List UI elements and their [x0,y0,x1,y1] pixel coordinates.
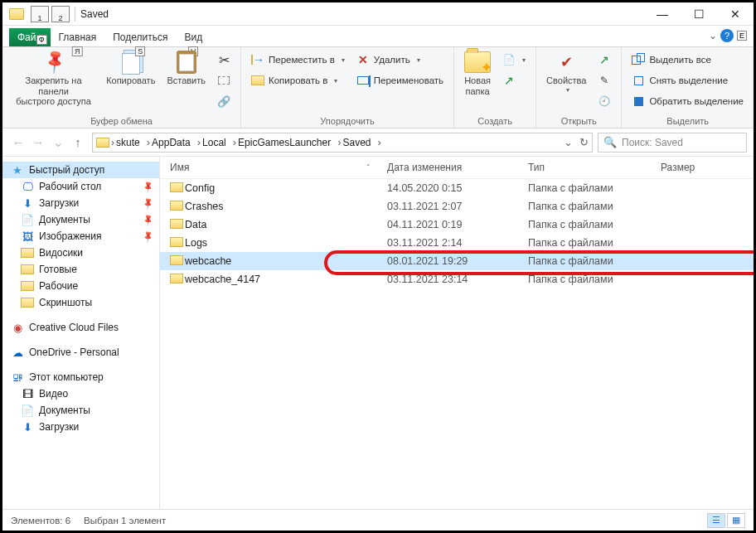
file-row[interactable]: webcache_414703.11.2021 23:14Папка с фай… [160,270,754,288]
tab-file[interactable]: ФайлФ [9,28,51,46]
back-button[interactable]: ← [9,135,27,149]
view-details-button[interactable]: ☰ [707,513,725,528]
select-none-button[interactable]: Снять выделение [628,71,747,90]
group-label: Буфер обмена [9,114,234,126]
pin-to-quick-access-button[interactable]: 📌 Закрепить на панели быстрого доступа [9,51,98,107]
tab-home[interactable]: ГлавнаяЯ [51,28,105,46]
close-button[interactable]: ✕ [717,2,754,26]
sidebar-item-documents[interactable]: 📄Документы📌 [2,211,159,228]
folder-icon [21,281,34,291]
tab-view[interactable]: ВидV [176,28,211,46]
navigation-pane[interactable]: ★Быстрый доступ 🖵Рабочий стол📌 ⬇Загрузки… [2,157,160,509]
rename-button[interactable]: Переименовать [353,71,447,90]
pin-icon: 📌 [141,230,154,243]
folder-icon [21,298,34,308]
help-icon[interactable]: ? [720,29,734,42]
crumb[interactable]: AppData [152,136,201,148]
paste-button[interactable]: Вставить [163,51,209,86]
new-item-icon: 📄 [502,53,516,66]
sidebar-item[interactable]: Скриншоты [2,294,159,311]
file-row[interactable]: Logs03.11.2021 2:14Папка с файлами [160,234,754,252]
invert-selection-button[interactable]: Обратить выделение [628,92,747,110]
sidebar-this-pc[interactable]: 🖳Этот компьютер [2,369,159,385]
sidebar-item-pictures[interactable]: 🖼Изображения📌 [2,228,159,245]
copy-button[interactable]: Копировать [103,51,158,86]
downloads-icon: ⬇ [21,197,34,209]
dropdown-history-icon[interactable]: ⌄ [564,136,573,148]
folder-icon [21,264,34,274]
sidebar-item[interactable]: Видосики [2,245,159,261]
crumb[interactable]: Saved [343,136,381,148]
refresh-icon[interactable]: ↻ [579,136,589,148]
history-button[interactable]: 🕘 [594,92,614,110]
file-row[interactable]: Crashes03.11.2021 2:07Папка с файлами [160,197,754,216]
crumb[interactable]: skute [116,136,150,148]
folder-icon [170,219,183,229]
sidebar-item[interactable]: Готовые [2,261,159,278]
easy-access-button[interactable]: ↗ [499,71,529,90]
qat-button-1[interactable]: 1 [31,6,49,22]
pin-icon: 📌 [141,196,154,210]
column-date[interactable]: Дата изменения [387,162,528,173]
sidebar-item-desktop[interactable]: 🖵Рабочий стол📌 [2,178,159,195]
group-label: Упорядочить [248,114,447,126]
move-to-button[interactable]: →Переместить в [248,51,348,69]
shortcut-icon: 🔗 [217,94,230,108]
sidebar-item-videos[interactable]: 🎞Видео [2,385,159,402]
search-box[interactable]: 🔍 Поиск: Saved [598,133,747,153]
sidebar-quick-access[interactable]: ★Быстрый доступ [2,162,159,178]
separator [75,7,75,22]
properties-button[interactable]: ✔ Свойства [543,51,589,94]
column-size[interactable]: Размер [661,162,744,173]
open-button[interactable]: ↗ [594,51,614,69]
group-select: Выделить все Снять выделение Обратить вы… [622,47,754,128]
star-icon: ★ [11,164,24,176]
minimize-button[interactable]: — [644,2,681,26]
history-icon: 🕘 [598,94,611,108]
column-type[interactable]: Тип [528,162,661,173]
new-item-button[interactable]: 📄 [499,51,529,69]
sidebar-creative-cloud[interactable]: ◉Creative Cloud Files [2,319,159,336]
new-folder-button[interactable]: Новая папка [461,51,494,96]
maximize-button[interactable]: ☐ [681,2,717,26]
delete-icon: ✕ [356,53,370,66]
recent-locations-button[interactable]: ⌄ [49,135,67,150]
file-row[interactable]: Data04.11.2021 0:19Папка с файлами [160,216,754,234]
forward-button[interactable]: → [29,135,47,149]
copy-to-button[interactable]: Копировать в [248,71,348,90]
delete-button[interactable]: ✕Удалить [353,51,447,69]
copy-path-icon [217,74,230,87]
videos-icon: 🎞 [21,388,34,400]
selected-count: Выбран 1 элемент [84,516,166,526]
column-headers[interactable]: Имя˄ Дата изменения Тип Размер [160,157,754,179]
copy-path-button[interactable] [214,71,234,90]
sidebar-item-downloads[interactable]: ⬇Загрузки [2,419,159,435]
file-row[interactable]: Config14.05.2020 0:15Папка с файлами [160,179,754,197]
sidebar-item[interactable]: Рабочие [2,278,159,294]
crumb[interactable]: Local [202,136,236,148]
paste-shortcut-button[interactable]: 🔗 [214,92,234,110]
folder-icon [251,75,264,85]
address-bar: ← → ⌄ ↑ › skute AppData Local EpicGamesL… [2,128,754,157]
tab-share[interactable]: ПоделитьсяS [104,28,176,46]
sidebar-item-documents[interactable]: 📄Документы [2,402,159,419]
folder-icon [96,138,109,148]
collapse-ribbon-icon[interactable]: ⌄ [709,30,717,41]
view-icons-button[interactable]: ▦ [727,513,745,528]
file-list[interactable]: Имя˄ Дата изменения Тип Размер Config14.… [160,157,754,509]
select-none-icon [632,74,645,87]
crumb[interactable]: EpicGamesLauncher [238,136,341,148]
item-count: Элементов: 6 [11,516,70,526]
column-name[interactable]: Имя˄ [170,162,387,173]
sidebar-item-downloads[interactable]: ⬇Загрузки📌 [2,195,159,211]
sidebar-onedrive[interactable]: ☁OneDrive - Personal [2,344,159,361]
cut-button[interactable]: ✂ [214,51,234,69]
up-button[interactable]: ↑ [69,135,87,149]
qat-button-2[interactable]: 2 [51,6,70,22]
onedrive-icon: ☁ [11,346,24,358]
rename-icon [356,74,370,87]
select-all-button[interactable]: Выделить все [628,51,747,69]
file-row[interactable]: webcache08.01.2021 19:29Папка с файлами [160,252,754,270]
edit-button[interactable]: ✎ [594,71,614,90]
breadcrumb-bar[interactable]: › skute AppData Local EpicGamesLauncher … [92,133,593,153]
